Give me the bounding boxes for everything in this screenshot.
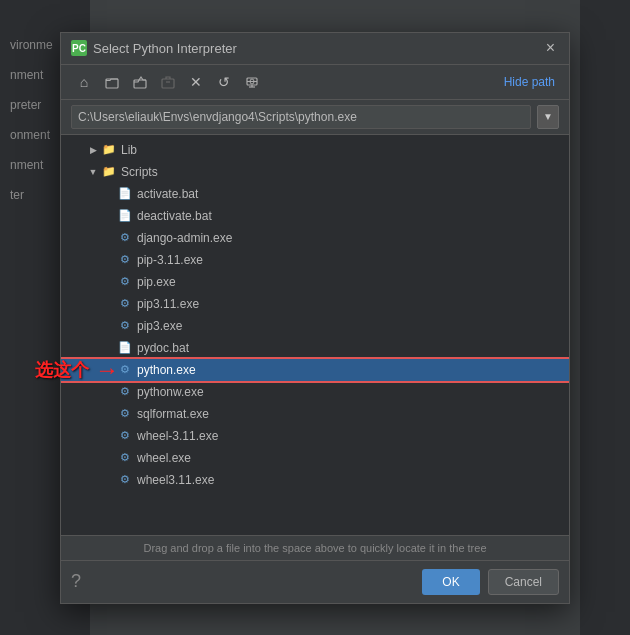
spacer	[101, 296, 117, 312]
tree-item-pydoc[interactable]: 📄 pydoc.bat	[61, 337, 569, 359]
spacer	[101, 384, 117, 400]
tree-item-name-sqlformat: sqlformat.exe	[137, 407, 209, 421]
expander-scripts[interactable]: ▼	[85, 164, 101, 180]
home-button[interactable]: ⌂	[71, 70, 97, 94]
file-icon-pip3-311: ⚙	[117, 296, 133, 312]
tree-item-pip3[interactable]: ⚙ pip3.exe	[61, 315, 569, 337]
spacer	[101, 274, 117, 290]
tree-item-activate[interactable]: 📄 activate.bat	[61, 183, 569, 205]
spacer	[101, 252, 117, 268]
tree-item-name-pip: pip.exe	[137, 275, 176, 289]
file-icon-pip: ⚙	[117, 274, 133, 290]
file-tree[interactable]: ▶ 📁 Lib ▼ 📁 Scripts 📄 activate.bat 📄 dea…	[61, 135, 569, 535]
tree-item-name-activate: activate.bat	[137, 187, 198, 201]
tree-item-name-wheel-311: wheel-3.11.exe	[137, 429, 218, 443]
file-icon-activate: 📄	[117, 186, 133, 202]
tree-item-name-scripts: Scripts	[121, 165, 158, 179]
cancel-button[interactable]: Cancel	[488, 569, 559, 595]
spacer	[101, 450, 117, 466]
close-button[interactable]: ×	[542, 38, 559, 58]
tree-item-django-admin[interactable]: ⚙ django-admin.exe	[61, 227, 569, 249]
tree-item-name-pythonw: pythonw.exe	[137, 385, 204, 399]
file-icon-pythonw: ⚙	[117, 384, 133, 400]
spacer	[101, 428, 117, 444]
pycharm-icon: PC	[71, 40, 87, 56]
dialog-footer: ? OK Cancel	[61, 560, 569, 603]
up-button[interactable]	[127, 70, 153, 94]
tree-item-name-lib: Lib	[121, 143, 137, 157]
tree-item-name-pip3: pip3.exe	[137, 319, 182, 333]
file-icon-wheel: ⚙	[117, 450, 133, 466]
background-right	[580, 0, 630, 635]
spacer	[101, 472, 117, 488]
tree-item-sqlformat[interactable]: ⚙ sqlformat.exe	[61, 403, 569, 425]
title-bar: PC Select Python Interpreter ×	[61, 33, 569, 65]
spacer	[101, 230, 117, 246]
footer-buttons: OK Cancel	[422, 569, 559, 595]
refresh-button[interactable]: ↺	[211, 70, 237, 94]
expander-lib[interactable]: ▶	[85, 142, 101, 158]
tree-item-name-django-admin: django-admin.exe	[137, 231, 232, 245]
select-interpreter-dialog: PC Select Python Interpreter × ⌂	[60, 32, 570, 604]
path-input[interactable]	[71, 105, 531, 129]
dialog-title: Select Python Interpreter	[93, 41, 237, 56]
tree-item-wheel[interactable]: ⚙ wheel.exe	[61, 447, 569, 469]
file-icon-django-admin: ⚙	[117, 230, 133, 246]
hide-path-button[interactable]: Hide path	[500, 73, 559, 91]
ok-button[interactable]: OK	[422, 569, 479, 595]
tree-item-deactivate[interactable]: 📄 deactivate.bat	[61, 205, 569, 227]
hint-bar: Drag and drop a file into the space abov…	[61, 535, 569, 560]
tree-item-pythonw[interactable]: ⚙ pythonw.exe	[61, 381, 569, 403]
network-button[interactable]	[239, 70, 265, 94]
tree-item-pip-311[interactable]: ⚙ pip-3.11.exe	[61, 249, 569, 271]
new-folder-button[interactable]	[99, 70, 125, 94]
spacer	[101, 318, 117, 334]
title-bar-left: PC Select Python Interpreter	[71, 40, 237, 56]
file-icon-pip-311: ⚙	[117, 252, 133, 268]
tree-item-pip3-311[interactable]: ⚙ pip3.11.exe	[61, 293, 569, 315]
folder-icon-lib: 📁	[101, 142, 117, 158]
file-icon-python: ⚙	[117, 362, 133, 378]
spacer	[101, 186, 117, 202]
tree-item-name-pydoc: pydoc.bat	[137, 341, 189, 355]
spacer	[101, 406, 117, 422]
spacer	[101, 340, 117, 356]
file-icon-pip3: ⚙	[117, 318, 133, 334]
file-icon-deactivate: 📄	[117, 208, 133, 224]
svg-rect-1	[134, 80, 146, 88]
tree-item-name-pip-311: pip-3.11.exe	[137, 253, 203, 267]
tree-item-python[interactable]: ⚙ python.exe	[61, 359, 569, 381]
back-button[interactable]	[155, 70, 181, 94]
tree-item-name-wheel3-311: wheel3.11.exe	[137, 473, 214, 487]
file-icon-wheel-311: ⚙	[117, 428, 133, 444]
tree-item-name-pip3-311: pip3.11.exe	[137, 297, 199, 311]
path-bar: ▼	[61, 100, 569, 135]
file-icon-wheel3-311: ⚙	[117, 472, 133, 488]
toolbar: ⌂ ✕ ↺	[61, 65, 569, 100]
tree-item-name-python: python.exe	[137, 363, 196, 377]
path-dropdown-button[interactable]: ▼	[537, 105, 559, 129]
tree-item-name-wheel: wheel.exe	[137, 451, 191, 465]
tree-item-name-deactivate: deactivate.bat	[137, 209, 212, 223]
tree-item-pip[interactable]: ⚙ pip.exe	[61, 271, 569, 293]
spacer	[101, 362, 117, 378]
tree-item-wheel3-311[interactable]: ⚙ wheel3.11.exe	[61, 469, 569, 491]
tree-item-lib[interactable]: ▶ 📁 Lib	[61, 139, 569, 161]
svg-rect-2	[162, 79, 174, 88]
delete-button[interactable]: ✕	[183, 70, 209, 94]
toolbar-left: ⌂ ✕ ↺	[71, 70, 265, 94]
tree-item-scripts[interactable]: ▼ 📁 Scripts	[61, 161, 569, 183]
hint-text: Drag and drop a file into the space abov…	[143, 542, 486, 554]
folder-icon-scripts: 📁	[101, 164, 117, 180]
file-icon-pydoc: 📄	[117, 340, 133, 356]
spacer	[101, 208, 117, 224]
tree-item-wheel-311[interactable]: ⚙ wheel-3.11.exe	[61, 425, 569, 447]
file-icon-sqlformat: ⚙	[117, 406, 133, 422]
help-button[interactable]: ?	[71, 571, 81, 592]
